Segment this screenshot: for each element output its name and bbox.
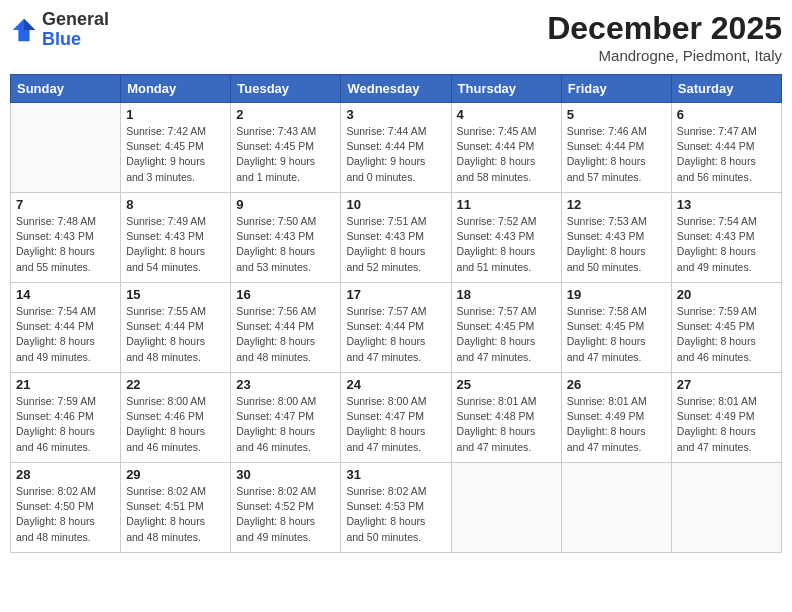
column-header-wednesday: Wednesday — [341, 75, 451, 103]
calendar-cell: 10Sunrise: 7:51 AMSunset: 4:43 PMDayligh… — [341, 193, 451, 283]
svg-marker-1 — [24, 19, 35, 30]
day-info: Sunrise: 7:43 AMSunset: 4:45 PMDaylight:… — [236, 124, 335, 185]
day-number: 17 — [346, 287, 445, 302]
day-info: Sunrise: 8:02 AMSunset: 4:52 PMDaylight:… — [236, 484, 335, 545]
logo-blue-text: Blue — [42, 29, 81, 49]
day-info: Sunrise: 7:45 AMSunset: 4:44 PMDaylight:… — [457, 124, 556, 185]
calendar-cell: 28Sunrise: 8:02 AMSunset: 4:50 PMDayligh… — [11, 463, 121, 553]
day-number: 11 — [457, 197, 556, 212]
day-number: 24 — [346, 377, 445, 392]
day-info: Sunrise: 7:58 AMSunset: 4:45 PMDaylight:… — [567, 304, 666, 365]
day-number: 6 — [677, 107, 776, 122]
calendar-cell: 6Sunrise: 7:47 AMSunset: 4:44 PMDaylight… — [671, 103, 781, 193]
day-number: 22 — [126, 377, 225, 392]
calendar-cell — [11, 103, 121, 193]
title-area: December 2025 Mandrogne, Piedmont, Italy — [547, 10, 782, 64]
day-number: 30 — [236, 467, 335, 482]
day-info: Sunrise: 7:48 AMSunset: 4:43 PMDaylight:… — [16, 214, 115, 275]
calendar-cell — [671, 463, 781, 553]
day-info: Sunrise: 7:42 AMSunset: 4:45 PMDaylight:… — [126, 124, 225, 185]
month-title: December 2025 — [547, 10, 782, 47]
day-number: 18 — [457, 287, 556, 302]
calendar-cell: 19Sunrise: 7:58 AMSunset: 4:45 PMDayligh… — [561, 283, 671, 373]
calendar-cell: 20Sunrise: 7:59 AMSunset: 4:45 PMDayligh… — [671, 283, 781, 373]
column-header-thursday: Thursday — [451, 75, 561, 103]
day-number: 26 — [567, 377, 666, 392]
day-number: 31 — [346, 467, 445, 482]
day-number: 4 — [457, 107, 556, 122]
calendar-cell: 4Sunrise: 7:45 AMSunset: 4:44 PMDaylight… — [451, 103, 561, 193]
day-info: Sunrise: 7:56 AMSunset: 4:44 PMDaylight:… — [236, 304, 335, 365]
day-number: 10 — [346, 197, 445, 212]
calendar-cell: 3Sunrise: 7:44 AMSunset: 4:44 PMDaylight… — [341, 103, 451, 193]
calendar-cell: 31Sunrise: 8:02 AMSunset: 4:53 PMDayligh… — [341, 463, 451, 553]
day-number: 20 — [677, 287, 776, 302]
day-info: Sunrise: 8:02 AMSunset: 4:53 PMDaylight:… — [346, 484, 445, 545]
day-number: 28 — [16, 467, 115, 482]
calendar-cell — [451, 463, 561, 553]
calendar-cell: 15Sunrise: 7:55 AMSunset: 4:44 PMDayligh… — [121, 283, 231, 373]
day-info: Sunrise: 8:00 AMSunset: 4:47 PMDaylight:… — [346, 394, 445, 455]
day-number: 1 — [126, 107, 225, 122]
day-info: Sunrise: 7:55 AMSunset: 4:44 PMDaylight:… — [126, 304, 225, 365]
logo-icon — [10, 16, 38, 44]
header: General Blue December 2025 Mandrogne, Pi… — [10, 10, 782, 64]
day-info: Sunrise: 7:51 AMSunset: 4:43 PMDaylight:… — [346, 214, 445, 275]
week-row-3: 14Sunrise: 7:54 AMSunset: 4:44 PMDayligh… — [11, 283, 782, 373]
day-info: Sunrise: 7:57 AMSunset: 4:44 PMDaylight:… — [346, 304, 445, 365]
day-number: 5 — [567, 107, 666, 122]
day-number: 27 — [677, 377, 776, 392]
day-info: Sunrise: 7:49 AMSunset: 4:43 PMDaylight:… — [126, 214, 225, 275]
calendar-cell: 22Sunrise: 8:00 AMSunset: 4:46 PMDayligh… — [121, 373, 231, 463]
calendar-cell: 12Sunrise: 7:53 AMSunset: 4:43 PMDayligh… — [561, 193, 671, 283]
calendar-cell: 21Sunrise: 7:59 AMSunset: 4:46 PMDayligh… — [11, 373, 121, 463]
logo: General Blue — [10, 10, 109, 50]
location-subtitle: Mandrogne, Piedmont, Italy — [547, 47, 782, 64]
logo-general-text: General — [42, 9, 109, 29]
day-info: Sunrise: 8:01 AMSunset: 4:49 PMDaylight:… — [677, 394, 776, 455]
week-row-2: 7Sunrise: 7:48 AMSunset: 4:43 PMDaylight… — [11, 193, 782, 283]
day-info: Sunrise: 7:52 AMSunset: 4:43 PMDaylight:… — [457, 214, 556, 275]
day-info: Sunrise: 7:54 AMSunset: 4:43 PMDaylight:… — [677, 214, 776, 275]
calendar-cell: 8Sunrise: 7:49 AMSunset: 4:43 PMDaylight… — [121, 193, 231, 283]
day-info: Sunrise: 8:02 AMSunset: 4:50 PMDaylight:… — [16, 484, 115, 545]
day-number: 9 — [236, 197, 335, 212]
day-info: Sunrise: 7:53 AMSunset: 4:43 PMDaylight:… — [567, 214, 666, 275]
calendar-cell: 24Sunrise: 8:00 AMSunset: 4:47 PMDayligh… — [341, 373, 451, 463]
day-number: 7 — [16, 197, 115, 212]
column-header-friday: Friday — [561, 75, 671, 103]
day-info: Sunrise: 8:01 AMSunset: 4:49 PMDaylight:… — [567, 394, 666, 455]
calendar: SundayMondayTuesdayWednesdayThursdayFrid… — [10, 74, 782, 553]
day-number: 14 — [16, 287, 115, 302]
calendar-cell: 30Sunrise: 8:02 AMSunset: 4:52 PMDayligh… — [231, 463, 341, 553]
calendar-cell: 9Sunrise: 7:50 AMSunset: 4:43 PMDaylight… — [231, 193, 341, 283]
column-header-sunday: Sunday — [11, 75, 121, 103]
calendar-cell: 18Sunrise: 7:57 AMSunset: 4:45 PMDayligh… — [451, 283, 561, 373]
day-info: Sunrise: 7:59 AMSunset: 4:46 PMDaylight:… — [16, 394, 115, 455]
day-info: Sunrise: 8:02 AMSunset: 4:51 PMDaylight:… — [126, 484, 225, 545]
week-row-5: 28Sunrise: 8:02 AMSunset: 4:50 PMDayligh… — [11, 463, 782, 553]
day-info: Sunrise: 7:50 AMSunset: 4:43 PMDaylight:… — [236, 214, 335, 275]
calendar-header-row: SundayMondayTuesdayWednesdayThursdayFrid… — [11, 75, 782, 103]
calendar-cell: 17Sunrise: 7:57 AMSunset: 4:44 PMDayligh… — [341, 283, 451, 373]
calendar-cell: 7Sunrise: 7:48 AMSunset: 4:43 PMDaylight… — [11, 193, 121, 283]
column-header-tuesday: Tuesday — [231, 75, 341, 103]
day-info: Sunrise: 7:57 AMSunset: 4:45 PMDaylight:… — [457, 304, 556, 365]
calendar-cell: 5Sunrise: 7:46 AMSunset: 4:44 PMDaylight… — [561, 103, 671, 193]
day-info: Sunrise: 7:54 AMSunset: 4:44 PMDaylight:… — [16, 304, 115, 365]
calendar-cell: 27Sunrise: 8:01 AMSunset: 4:49 PMDayligh… — [671, 373, 781, 463]
week-row-1: 1Sunrise: 7:42 AMSunset: 4:45 PMDaylight… — [11, 103, 782, 193]
day-info: Sunrise: 7:44 AMSunset: 4:44 PMDaylight:… — [346, 124, 445, 185]
day-number: 16 — [236, 287, 335, 302]
day-info: Sunrise: 8:00 AMSunset: 4:46 PMDaylight:… — [126, 394, 225, 455]
calendar-cell: 23Sunrise: 8:00 AMSunset: 4:47 PMDayligh… — [231, 373, 341, 463]
calendar-cell: 1Sunrise: 7:42 AMSunset: 4:45 PMDaylight… — [121, 103, 231, 193]
calendar-cell: 26Sunrise: 8:01 AMSunset: 4:49 PMDayligh… — [561, 373, 671, 463]
day-info: Sunrise: 8:01 AMSunset: 4:48 PMDaylight:… — [457, 394, 556, 455]
calendar-cell: 2Sunrise: 7:43 AMSunset: 4:45 PMDaylight… — [231, 103, 341, 193]
day-info: Sunrise: 7:47 AMSunset: 4:44 PMDaylight:… — [677, 124, 776, 185]
day-number: 19 — [567, 287, 666, 302]
calendar-cell: 16Sunrise: 7:56 AMSunset: 4:44 PMDayligh… — [231, 283, 341, 373]
day-number: 2 — [236, 107, 335, 122]
day-number: 3 — [346, 107, 445, 122]
